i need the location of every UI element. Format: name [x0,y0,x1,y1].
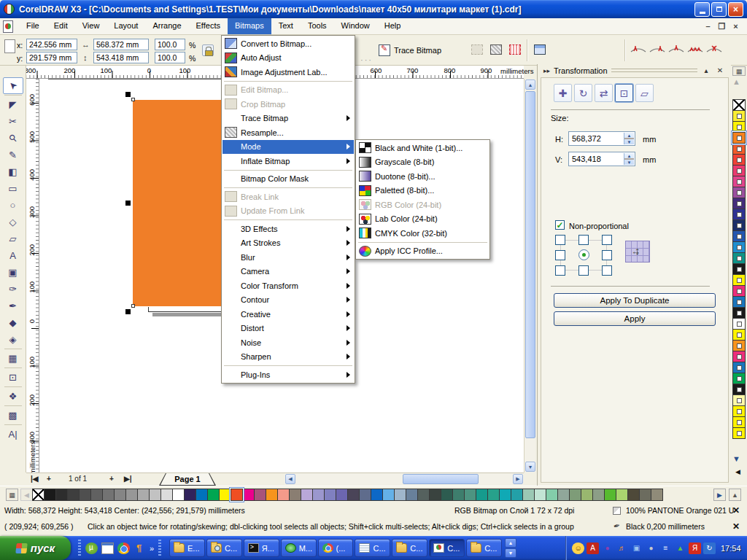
spot-color-swatch[interactable] [732,307,746,319]
bitmaps-menu-item-3d-effects[interactable]: 3D Effects [222,222,354,236]
color-swatch[interactable] [277,489,290,501]
apply-to-duplicate-button[interactable]: Apply To Duplicate [554,293,716,308]
color-swatch[interactable] [312,489,325,501]
spot-color-swatch[interactable] [732,110,746,122]
color-swatch[interactable] [347,489,360,501]
color-swatch[interactable] [102,489,115,501]
spot-color-swatch[interactable] [732,285,746,297]
quick-launch-overflow-icon[interactable]: » [150,544,154,553]
color-swatch[interactable] [604,489,616,501]
doc-restore-button[interactable]: ❒ [716,22,727,31]
bitmaps-menu-item-crop-bitmap[interactable]: Crop Bitmap [222,97,354,112]
figures-on-path-icon-1[interactable] [630,42,646,55]
resample-button[interactable] [487,41,505,58]
color-swatch[interactable] [44,489,56,501]
menu-text[interactable]: Text [271,18,301,34]
color-swatch[interactable] [371,489,383,501]
bitmaps-menu-item-convert-to-bitmap[interactable]: Convert to Bitmap... [222,36,354,51]
last-page-button[interactable]: ▶| [124,475,132,483]
crop-tool[interactable]: ✂ [3,113,23,130]
y-position-field[interactable]: 291.579 mm [26,52,77,63]
color-swatch[interactable] [464,489,476,501]
launcher-icon[interactable] [133,542,146,554]
spot-color-swatch[interactable] [732,121,746,133]
scale-v-field[interactable]: 100.0 [155,52,185,63]
close-button[interactable]: × [728,2,743,17]
node-edit-tool[interactable]: ❖ [3,388,23,405]
color-swatch[interactable] [499,489,511,501]
menu-tools[interactable]: Tools [301,18,334,34]
color-swatch[interactable] [382,489,395,501]
bitmaps-menu-item-trace-bitmap[interactable]: Trace Bitmap [222,112,354,126]
color-swatch[interactable] [324,489,336,501]
mode-submenu-item-cmyk-color-32-bit[interactable]: CMYK Color (32-bit) [357,226,489,241]
color-swatch[interactable] [651,489,663,501]
anchor-checkbox[interactable] [602,250,612,260]
spot-color-swatch[interactable] [732,274,746,286]
spot-color-swatch[interactable] [732,263,746,275]
color-swatch[interactable] [511,489,523,501]
spot-color-swatch[interactable] [732,351,746,362]
rotate-button[interactable]: ↻ [574,84,592,102]
spot-color-swatch[interactable] [732,154,746,166]
bitmaps-menu-item-art-strokes[interactable]: Art Strokes [222,236,354,251]
scale-mirror-button[interactable]: ⇄ [595,84,613,102]
anchor-checkbox[interactable] [602,265,612,276]
spot-color-swatch[interactable] [732,241,746,253]
spot-color-swatch[interactable] [732,219,746,231]
palette-scroll-right-icon[interactable]: ▶ [713,489,726,501]
bounding-frame-tool[interactable]: ⊡ [3,369,23,386]
bitmaps-menu-item-resample[interactable]: Resample... [222,125,354,140]
restore-button[interactable] [711,2,727,17]
color-swatch[interactable] [90,489,103,501]
add-page-after-button[interactable]: + [109,475,114,483]
anchor-checkbox[interactable] [555,250,565,260]
doc-minimize-button[interactable]: – [703,22,713,31]
spot-color-swatch[interactable] [732,176,746,187]
mode-submenu-item-apply-icc-profile[interactable]: Apply ICC Profile... [357,244,489,259]
no-color-swatch[interactable] [732,99,746,111]
vertical-ruler[interactable]: millimeters 6005004003002001000100200300 [26,79,39,472]
green-util-icon[interactable]: ▲ [674,542,686,554]
horizontal-scrollbar[interactable]: ◀ ▶ [285,473,524,485]
ellipse-tool[interactable]: ○ [3,197,23,214]
right-palette-scroll-down-icon[interactable]: ▼ [732,454,746,464]
vertical-scrollbar[interactable]: ▲ ▼ [524,79,535,472]
spot-color-swatch[interactable] [732,329,746,341]
mouse-icon[interactable]: ● [645,542,657,554]
object-width-field[interactable]: 568.372 mm [93,39,149,50]
color-swatch[interactable] [172,489,185,501]
spot-color-swatch[interactable] [732,362,746,373]
menu-bitmaps[interactable]: Bitmaps [228,18,271,34]
mode-submenu-item-rgb-color-24-bit[interactable]: RGB Color (24-bit) [357,198,489,212]
spot-color-swatch[interactable] [732,132,746,144]
scroll-up-icon[interactable]: ▲ [525,79,535,90]
bitmaps-menu-item-contour[interactable]: Contour [222,293,354,308]
lock-ratio-icon[interactable] [202,44,214,56]
bitmaps-menu-item-plug-ins[interactable]: Plug-Ins [222,368,354,382]
taskbar-button-folder[interactable]: E... [169,539,205,557]
figures-on-path-icon-2[interactable] [649,42,665,55]
anchor-center-radio[interactable] [578,249,589,260]
mode-submenu-item-lab-color-24-bit[interactable]: Lab Color (24-bit) [357,212,489,227]
documents-icon[interactable]: ≡ [659,542,672,554]
color-swatch[interactable] [476,489,488,501]
color-swatch[interactable] [616,489,628,501]
spot-color-swatch[interactable] [732,394,746,406]
figures-on-path-icon-4[interactable] [687,42,703,55]
size-button[interactable]: ⊡ [615,84,633,102]
mode-submenu-item-paletted-8-bit[interactable]: Paletted (8-bit)... [357,184,489,198]
bitmaps-menu-item-blur[interactable]: Blur [222,250,354,265]
color-swatch[interactable] [301,489,313,501]
right-palette-options-button[interactable]: ▦ [732,66,746,76]
doc-close-button[interactable]: × [730,22,741,31]
minimize-button[interactable] [694,2,710,17]
color-swatch[interactable] [592,489,605,501]
add-page-before-button[interactable]: + [47,475,51,483]
color-swatch[interactable] [254,489,266,501]
figures-on-path-icon-5[interactable] [706,42,722,55]
object-node[interactable] [131,98,135,101]
taskbar-scroll-down-icon[interactable]: ▼ [505,548,516,558]
spot-color-swatch[interactable] [732,427,746,439]
mode-submenu-item-grayscale-8-bit[interactable]: Grayscale (8-bit) [357,155,489,170]
